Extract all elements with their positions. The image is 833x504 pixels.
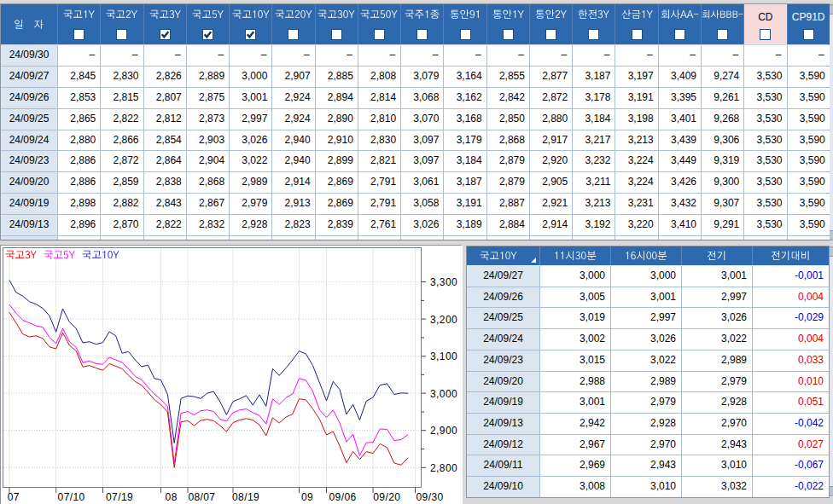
svg-text:07/10: 07/10 <box>58 491 85 503</box>
svg-text:08/07: 08/07 <box>188 491 215 503</box>
svg-text:07: 07 <box>8 491 20 503</box>
svg-text:07/19: 07/19 <box>106 491 133 503</box>
svg-text:3,000: 3,000 <box>430 388 457 400</box>
svg-text:08/19: 08/19 <box>232 491 259 503</box>
svg-text:3,100: 3,100 <box>430 350 457 362</box>
svg-text:09/30: 09/30 <box>416 491 444 503</box>
svg-text:09/06: 09/06 <box>329 491 357 503</box>
svg-text:08: 08 <box>166 491 178 503</box>
svg-text:09/20: 09/20 <box>373 491 400 503</box>
svg-text:3,300: 3,300 <box>430 276 457 288</box>
svg-text:3,200: 3,200 <box>430 314 457 326</box>
svg-text:2,900: 2,900 <box>430 425 457 437</box>
svg-text:09: 09 <box>301 491 313 503</box>
svg-text:2,800: 2,800 <box>430 462 457 474</box>
